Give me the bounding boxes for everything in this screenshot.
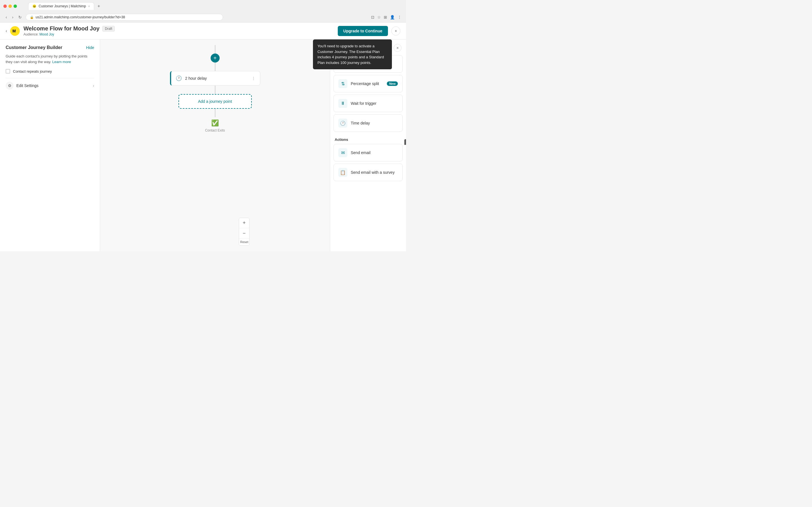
rule-item-percentage-split[interactable]: ⇅ Percentage split New xyxy=(334,75,403,93)
contact-repeats-label: Contact repeats journey xyxy=(13,69,52,73)
new-badge: New xyxy=(387,81,398,86)
delay-label: 2 hour delay xyxy=(185,76,207,80)
upgrade-button[interactable]: Upgrade to Continue xyxy=(338,26,388,36)
zoom-controls: + − Reset xyxy=(239,218,250,245)
add-journey-point-box[interactable]: Add a journey point xyxy=(179,94,252,109)
wait-trigger-label: Wait for trigger xyxy=(351,101,376,106)
address-bar[interactable]: 🔒 us21.admin.mailchimp.com/customer-jour… xyxy=(26,14,223,20)
feedback-tab[interactable]: Feedback xyxy=(404,139,406,145)
clock-icon: 🕐 xyxy=(175,75,182,81)
cast-icon[interactable]: ⊡ xyxy=(371,15,374,19)
exit-label: Contact Exits xyxy=(205,128,225,132)
back-nav-button[interactable]: ‹ xyxy=(6,29,7,34)
app-header: ‹ M Welcome Flow for Mood Joy Draft Audi… xyxy=(0,22,406,40)
browser-actions: ⊡ ☆ ⊞ 👤 ⋮ xyxy=(371,15,402,19)
contact-repeats-checkbox[interactable] xyxy=(6,69,10,73)
close-dot[interactable] xyxy=(3,4,7,8)
header-title-section: Welcome Flow for Mood Joy Draft Audience… xyxy=(23,25,338,36)
percentage-split-icon: ⇅ xyxy=(338,79,347,88)
header-close-button[interactable]: × xyxy=(391,26,400,36)
time-delay-icon: 🕐 xyxy=(338,119,347,128)
svg-text:M: M xyxy=(34,5,36,8)
send-email-survey-icon: 📋 xyxy=(338,168,347,177)
actions-section-title: Actions xyxy=(330,134,406,144)
send-email-survey-label: Send email with a survey xyxy=(351,170,395,175)
edit-settings-row[interactable]: ⚙ Edit Settings › xyxy=(6,78,94,93)
audience-link[interactable]: Mood Joy xyxy=(40,33,54,36)
rule-item-time-delay[interactable]: 🕐 Time delay xyxy=(334,114,403,132)
bookmark-icon[interactable]: ☆ xyxy=(377,15,381,19)
contact-exits: ✅ Contact Exits xyxy=(205,119,225,132)
action-item-send-email-survey[interactable]: 📋 Send email with a survey xyxy=(334,164,403,181)
tab-close-button[interactable]: × xyxy=(88,5,90,8)
contact-repeats-row[interactable]: Contact repeats journey xyxy=(6,69,94,73)
svg-text:M: M xyxy=(12,29,16,33)
window-controls xyxy=(3,4,17,8)
exit-checkmark-icon: ✅ xyxy=(211,119,219,127)
flow-connector-after-delay xyxy=(215,86,215,94)
send-email-label: Send email xyxy=(351,151,370,155)
flow-connector-to-exit xyxy=(215,109,215,117)
zoom-out-button[interactable]: − xyxy=(239,228,249,238)
canvas: + 🕐 2 hour delay ⋮ Add a journey point ✅… xyxy=(100,40,330,251)
tab-title: Customer Journeys | Mailchimp xyxy=(39,4,86,8)
sidebar: Customer Journey Builder Hide Guide each… xyxy=(0,40,100,251)
flow-connector-top xyxy=(215,45,215,54)
back-button[interactable]: ‹ xyxy=(4,14,8,20)
wait-trigger-icon: ⏸ xyxy=(338,99,347,108)
forward-button[interactable]: › xyxy=(11,14,15,20)
upgrade-tooltip: You'll need to upgrade to activate a Cus… xyxy=(313,40,392,69)
time-delay-label: Time delay xyxy=(351,121,370,125)
hide-button[interactable]: Hide xyxy=(86,45,94,50)
header-audience: Audience: Mood Joy xyxy=(23,33,338,36)
reload-button[interactable]: ↻ xyxy=(17,14,23,20)
lock-icon: 🔒 xyxy=(30,15,34,19)
gear-icon: ⚙ xyxy=(6,82,13,90)
flow-connector-mid xyxy=(215,62,215,71)
sidebar-title: Customer Journey Builder xyxy=(6,45,62,50)
panel-close-button[interactable]: × xyxy=(394,44,402,52)
right-panel: Rules × ⇅ If/Else ⇅ Percentage split New… xyxy=(330,40,406,251)
send-email-icon: ✉ xyxy=(338,148,347,157)
draft-badge: Draft xyxy=(102,26,115,32)
delay-card[interactable]: 🕐 2 hour delay ⋮ xyxy=(170,71,260,86)
minimize-dot[interactable] xyxy=(8,4,12,8)
extensions-icon[interactable]: ⊞ xyxy=(384,15,387,19)
url-text: us21.admin.mailchimp.com/customer-journe… xyxy=(36,15,125,19)
action-item-send-email[interactable]: ✉ Send email xyxy=(334,144,403,161)
browser-tab[interactable]: M Customer Journeys | Mailchimp × xyxy=(28,2,94,10)
sidebar-description: Guide each contact's journey by plotting… xyxy=(6,54,94,64)
mailchimp-favicon-icon: M xyxy=(33,4,36,8)
zoom-reset-button[interactable]: Reset xyxy=(239,238,249,245)
chevron-right-icon: › xyxy=(93,83,94,88)
percentage-split-label: Percentage split xyxy=(351,81,379,86)
address-bar-row: ‹ › ↻ 🔒 us21.admin.mailchimp.com/custome… xyxy=(0,12,406,22)
profile-icon[interactable]: 👤 xyxy=(390,15,395,19)
learn-more-link[interactable]: Learn more xyxy=(52,60,71,64)
main-layout: Customer Journey Builder Hide Guide each… xyxy=(0,40,406,251)
edit-settings-label: Edit Settings xyxy=(16,83,39,88)
more-menu-icon[interactable]: ⋮ xyxy=(398,15,402,19)
rule-item-wait-for-trigger[interactable]: ⏸ Wait for trigger xyxy=(334,95,403,112)
new-tab-button[interactable]: + xyxy=(95,3,102,9)
zoom-in-button[interactable]: + xyxy=(239,218,249,228)
canvas-content: + 🕐 2 hour delay ⋮ Add a journey point ✅… xyxy=(100,40,330,251)
card-menu-button[interactable]: ⋮ xyxy=(252,76,255,80)
mailchimp-logo: M xyxy=(10,26,20,36)
sidebar-header: Customer Journey Builder Hide xyxy=(6,45,94,50)
maximize-dot[interactable] xyxy=(13,4,17,8)
add-step-button[interactable]: + xyxy=(211,54,220,62)
page-title: Welcome Flow for Mood Joy Draft xyxy=(23,25,338,32)
